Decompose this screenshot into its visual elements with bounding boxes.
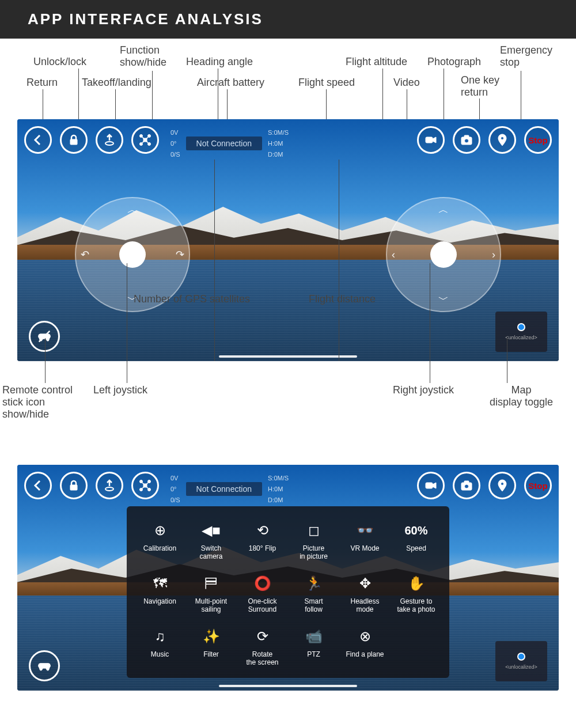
photo-button[interactable] <box>453 126 480 154</box>
label-map-toggle: Map display toggle <box>490 384 553 408</box>
map-widget[interactable]: <unlocalized> <box>495 312 547 352</box>
drone-icon <box>138 479 152 492</box>
func-180-flip[interactable]: ⟲180° Flip <box>238 521 286 560</box>
chevron-left-icon <box>31 479 45 492</box>
svg-point-24 <box>501 483 504 486</box>
connection-status: Not Connection <box>186 482 263 496</box>
altitude-value: H:0M <box>268 486 289 492</box>
svg-point-15 <box>140 480 143 483</box>
svg-rect-20 <box>426 483 433 488</box>
switch-camera-icon: ◀■ <box>202 521 221 540</box>
return-button[interactable] <box>24 472 52 499</box>
func-surround[interactable]: ⭕One-click Surround <box>238 574 286 613</box>
func-smart-follow[interactable]: 🏃Smart follow <box>290 574 338 613</box>
svg-point-16 <box>148 480 151 483</box>
gamepad-icon <box>36 658 52 674</box>
func-headless[interactable]: ✥Headless mode <box>341 574 389 613</box>
wand-icon: ✨ <box>202 627 221 646</box>
drone-icon <box>138 133 152 147</box>
top-bar-2: 0V 0° 0/S Not Connection S:0M/S H:0M D:0… <box>24 472 552 506</box>
func-vr-mode[interactable]: 👓VR Mode <box>341 521 389 560</box>
map-widget[interactable]: <unlocalized> <box>495 641 547 681</box>
svg-rect-0 <box>70 139 77 145</box>
label-right-joystick: Right joystick <box>393 384 454 396</box>
telemetry-panel: 0V 0° 0/S Not Connection S:0M/S H:0M D:0… <box>165 126 294 161</box>
camera-icon <box>460 479 473 492</box>
lock-button[interactable] <box>60 472 88 499</box>
video-icon <box>424 133 438 147</box>
return-home-button[interactable] <box>488 472 516 499</box>
gamepad-toggle-button[interactable] <box>29 321 60 352</box>
gamepad-icon <box>36 328 52 344</box>
takeoff-icon <box>103 479 116 492</box>
photo-button[interactable] <box>453 472 480 499</box>
follow-icon: 🏃 <box>305 574 323 593</box>
function-button[interactable] <box>131 472 159 499</box>
orbit-icon: ⭕ <box>253 574 272 593</box>
right-icon-group: Stop <box>417 126 552 154</box>
func-gesture[interactable]: ✋Gesture to take a photo <box>392 574 440 613</box>
stop-button[interactable]: Stop <box>524 472 552 499</box>
return-home-button[interactable] <box>488 126 516 154</box>
return-button[interactable] <box>24 126 52 154</box>
func-speed[interactable]: 60%Speed <box>392 521 440 560</box>
location-icon <box>495 479 509 492</box>
func-switch-camera[interactable]: ◀■Switch camera <box>187 521 235 560</box>
func-ptz[interactable]: 📹PTZ <box>290 627 338 666</box>
map-label: <unlocalized> <box>505 664 537 670</box>
func-pip[interactable]: ◻Picture in picture <box>290 521 338 560</box>
heading-value: 0° <box>170 140 180 147</box>
label-flight-altitude: Flight altitude <box>346 56 407 68</box>
battery-value: 0V <box>170 475 180 481</box>
lock-button[interactable] <box>60 126 88 154</box>
takeoff-button[interactable] <box>96 126 123 154</box>
label-flight-speed: Flight speed <box>298 77 355 89</box>
func-calibration[interactable]: ⊕Calibration <box>136 521 184 560</box>
bottom-labels-area: Remote control stick icon show/hide Left… <box>6 361 570 453</box>
function-button[interactable] <box>131 126 159 154</box>
telemetry-left-col: 0V 0° 0/S <box>165 126 186 161</box>
camera-icon <box>460 133 473 147</box>
battery-value: 0V <box>170 129 180 136</box>
lock-icon <box>67 479 81 492</box>
vr-icon: 👓 <box>356 521 374 540</box>
speed-value-icon: 60% <box>407 521 426 540</box>
speed-value: S:0M/S <box>268 129 289 136</box>
chevron-left-icon <box>31 133 45 147</box>
label-remote-stick: Remote control stick icon show/hide <box>2 384 73 420</box>
func-music[interactable]: ♫Music <box>136 627 184 666</box>
svg-point-9 <box>465 139 469 143</box>
top-bar: 0V 0° 0/S Not Connection S:0M/S H:0M D:0… <box>24 126 552 161</box>
joystick-stick[interactable] <box>430 241 457 268</box>
stop-button[interactable]: Stop <box>524 126 552 154</box>
svg-point-4 <box>140 143 143 146</box>
telemetry-right-col: S:0M/S H:0M D:0M <box>262 126 294 161</box>
gamepad-toggle-button[interactable] <box>29 650 60 681</box>
speed-value: S:0M/S <box>268 475 289 481</box>
video-button[interactable] <box>417 126 445 154</box>
func-rotate[interactable]: ⟳Rotate the screen <box>238 627 286 666</box>
label-aircraft-battery: Aircraft battery <box>197 77 264 89</box>
video-button[interactable] <box>417 472 445 499</box>
page-title: APP INTERFACE ANALYSIS <box>28 10 548 28</box>
svg-rect-7 <box>426 137 433 143</box>
func-navigation[interactable]: 🗺Navigation <box>136 574 184 613</box>
pip-icon: ◻ <box>305 521 323 540</box>
joystick-stick[interactable] <box>119 241 146 268</box>
home-indicator <box>219 685 357 687</box>
satellites-value: 0/S <box>170 496 180 503</box>
func-multipoint[interactable]: ⛿Multi-point sailing <box>187 574 235 613</box>
music-icon: ♫ <box>151 627 169 646</box>
func-find-plane[interactable]: ⊗Find a plane <box>341 627 389 666</box>
func-filter[interactable]: ✨Filter <box>187 627 235 666</box>
svg-rect-13 <box>70 485 77 490</box>
function-panel: ⊕Calibration ◀■Switch camera ⟲180° Flip … <box>127 506 449 678</box>
takeoff-icon <box>103 133 116 147</box>
svg-point-17 <box>140 488 143 491</box>
svg-point-1 <box>105 142 113 145</box>
compass-icon: ⊕ <box>151 521 169 540</box>
takeoff-button[interactable] <box>96 472 123 499</box>
chevron-up-icon: ︿ <box>127 203 138 217</box>
gimbal-icon: 📹 <box>305 627 323 646</box>
right-joystick[interactable]: ︿ ﹀ ‹ › <box>386 197 501 312</box>
